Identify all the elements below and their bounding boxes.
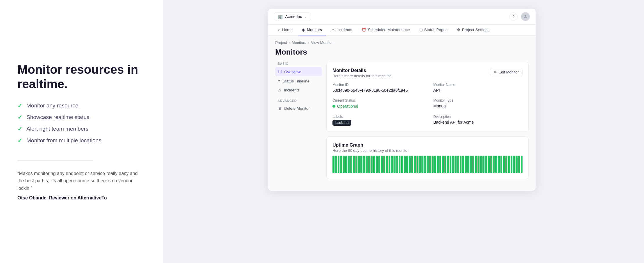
nav-item-scheduled-maintenance[interactable]: ⏰ Scheduled Maintenance xyxy=(357,25,414,35)
uptime-bar xyxy=(343,156,345,173)
status-value: Operational xyxy=(337,104,358,109)
uptime-bar xyxy=(457,156,459,173)
org-name: Acme Inc xyxy=(285,14,302,19)
nav-item-home[interactable]: ⌂ Home xyxy=(274,25,297,35)
nav-item-status-pages[interactable]: ◷ Status Pages xyxy=(415,25,452,35)
uptime-bar xyxy=(462,156,464,173)
uptime-bar xyxy=(447,156,449,173)
warning-icon: ⚠ xyxy=(278,88,282,92)
uptime-bar xyxy=(360,156,362,173)
uptime-bar xyxy=(475,156,477,173)
sidebar-item-incidents[interactable]: ⚠ Incidents xyxy=(275,86,322,94)
detail-monitor-type: Monitor Type Manual xyxy=(433,98,523,109)
uptime-bar xyxy=(409,156,411,173)
uptime-bar xyxy=(498,156,500,173)
feature-list: ✓ Monitor any resource. ✓ Showcase realt… xyxy=(17,102,145,149)
uptime-bar xyxy=(421,156,423,173)
card-subtitle: Here's more details for this monitor. xyxy=(332,74,392,78)
hero-title: Monitor resources in realtime. xyxy=(17,62,145,92)
uptime-bar xyxy=(511,156,513,173)
uptime-bar xyxy=(396,156,398,173)
detail-monitor-id: Monitor ID 53cf4890-6645-4790-81a8-50e2d… xyxy=(332,83,422,93)
check-icon-1: ✓ xyxy=(17,102,22,109)
sidebar-label-delete-monitor: Delete Monitor xyxy=(284,106,310,111)
uptime-bar xyxy=(350,156,352,173)
divider xyxy=(17,160,93,161)
feature-item-4: ✓ Monitor from multiple locations xyxy=(17,137,145,144)
uptime-bar xyxy=(516,156,518,173)
sidebar-item-delete-monitor[interactable]: 🗑 Delete Monitor xyxy=(275,104,322,113)
uptime-bar xyxy=(477,156,480,173)
sidebar-item-overview[interactable]: ⓘ Overview xyxy=(275,67,322,76)
monitor-name-label: Monitor Name xyxy=(433,83,523,87)
feature-text-3: Alert right team members xyxy=(26,126,88,132)
uptime-bar xyxy=(332,156,334,173)
current-status-label: Current Status xyxy=(332,98,422,102)
uptime-bar xyxy=(444,156,446,173)
sidebar-section-basic: Basic xyxy=(275,62,322,65)
uptime-bar xyxy=(482,156,484,173)
uptime-bar xyxy=(490,156,492,173)
detail-monitor-name: Monitor Name API xyxy=(433,83,523,93)
nav-item-incidents[interactable]: ⚠ Incidents xyxy=(327,25,356,35)
top-bar-right: ? xyxy=(509,12,530,21)
uptime-bar xyxy=(450,156,452,173)
uptime-bar xyxy=(383,156,385,173)
nav-item-project-settings[interactable]: ⚙ Project Settings xyxy=(453,25,494,35)
uptime-bar xyxy=(437,156,439,173)
uptime-bar xyxy=(470,156,472,173)
nav-label-project-settings: Project Settings xyxy=(462,28,490,32)
status-badge: Operational xyxy=(332,104,358,109)
edit-monitor-button[interactable]: ✏ Edit Monitor xyxy=(490,68,523,76)
sidebar-section-advanced: Advanced xyxy=(275,99,322,102)
uptime-bar xyxy=(419,156,421,173)
feature-item-3: ✓ Alert right team members xyxy=(17,125,145,132)
edit-button-label: Edit Monitor xyxy=(499,70,519,74)
feature-text-4: Monitor from multiple locations xyxy=(26,137,101,144)
detail-labels: Labels backend xyxy=(332,115,422,126)
labels-label: Labels xyxy=(332,115,422,119)
uptime-bar xyxy=(521,156,523,173)
avatar-button[interactable] xyxy=(521,12,530,21)
uptime-bar xyxy=(399,156,401,173)
breadcrumb-monitors[interactable]: Monitors xyxy=(292,40,306,45)
sidebar-label-incidents: Incidents xyxy=(284,88,300,92)
sidebar-item-status-timeline[interactable]: ≡ Status Timeline xyxy=(275,77,322,85)
timeline-icon: ≡ xyxy=(278,79,280,83)
uptime-bar xyxy=(488,156,490,173)
uptime-bar xyxy=(340,156,342,173)
monitor-type-label: Monitor Type xyxy=(433,98,523,102)
status-dot xyxy=(332,105,335,108)
uptime-bar xyxy=(455,156,457,173)
check-icon-2: ✓ xyxy=(17,114,22,121)
content-grid: Basic ⓘ Overview ≡ Status Timeline ⚠ Inc… xyxy=(275,62,529,184)
gear-icon: ⚙ xyxy=(457,28,460,32)
nav-item-monitors[interactable]: ◉ Monitors xyxy=(298,25,326,35)
help-button[interactable]: ? xyxy=(509,12,518,21)
uptime-bar xyxy=(373,156,375,173)
breadcrumb: Project › Monitors › View Monitor xyxy=(275,40,529,45)
uptime-bar xyxy=(414,156,416,173)
uptime-bar xyxy=(503,156,505,173)
breadcrumb-project[interactable]: Project xyxy=(275,40,287,45)
home-icon: ⌂ xyxy=(278,28,280,32)
uptime-bar xyxy=(404,156,406,173)
nav-label-scheduled-maintenance: Scheduled Maintenance xyxy=(368,28,410,32)
uptime-bar xyxy=(465,156,467,173)
edit-icon: ✏ xyxy=(494,70,497,74)
uptime-bar xyxy=(371,156,373,173)
feature-item-1: ✓ Monitor any resource. xyxy=(17,102,145,109)
monitors-icon: ◉ xyxy=(302,28,305,32)
uptime-bar xyxy=(508,156,510,173)
card-header: Monitor Details Here's more details for … xyxy=(332,68,523,78)
uptime-bar xyxy=(393,156,396,173)
uptime-bar xyxy=(429,156,431,173)
testimonial-quote: “Makes monitoring any endpoint or servic… xyxy=(17,170,145,192)
page-title: Monitors xyxy=(275,48,529,57)
nav-label-status-pages: Status Pages xyxy=(424,28,448,32)
clock-icon: ⏰ xyxy=(362,28,366,32)
uptime-bar xyxy=(472,156,474,173)
uptime-bar xyxy=(411,156,413,173)
org-selector[interactable]: 🏢 Acme Inc ⌄ xyxy=(274,12,311,21)
feature-text-2: Showcase realtime status xyxy=(26,114,90,120)
